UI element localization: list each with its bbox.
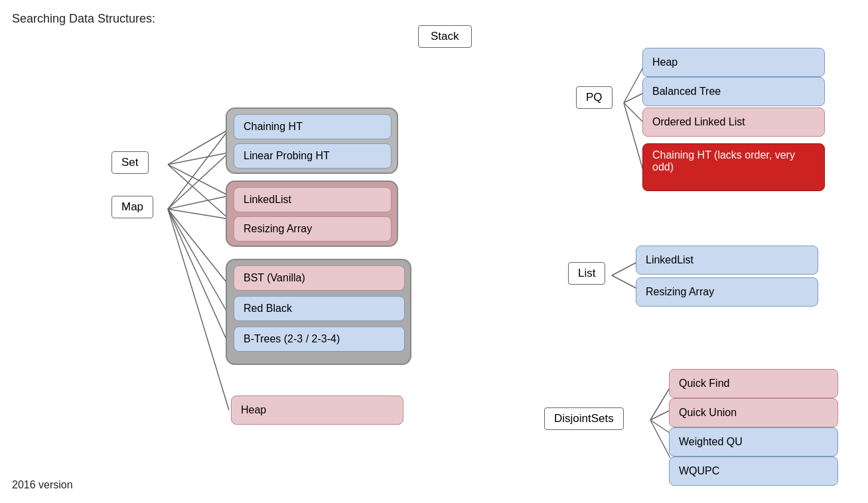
pq-node: PQ — [576, 86, 613, 109]
svg-line-9 — [168, 209, 229, 315]
svg-line-19 — [650, 410, 670, 420]
linkedlist-node-left: LinkedList — [234, 187, 392, 212]
svg-line-2 — [168, 165, 229, 196]
svg-line-5 — [168, 153, 229, 209]
svg-line-18 — [650, 387, 670, 420]
svg-line-4 — [168, 129, 229, 209]
svg-line-7 — [168, 209, 229, 219]
svg-line-0 — [168, 129, 229, 165]
hash-group: Chaining HT Linear Probing HT — [226, 108, 398, 174]
b-trees-node: B-Trees (2-3 / 2-3-4) — [234, 326, 405, 352]
stack-node: Stack — [418, 25, 472, 48]
version-label: 2016 version — [12, 479, 73, 491]
svg-line-12 — [624, 66, 644, 103]
svg-line-20 — [650, 420, 670, 433]
linear-probing-ht-node: Linear Probing HT — [234, 143, 392, 169]
resizing-array-node-right: Resizing Array — [636, 277, 818, 307]
svg-line-11 — [168, 209, 229, 410]
set-node: Set — [111, 151, 149, 174]
linkedlist-node-right: LinkedList — [636, 246, 818, 275]
svg-line-8 — [168, 209, 229, 285]
heap-pq-node: Heap — [642, 48, 825, 77]
tree-group: BST (Vanilla) Red Black B-Trees (2-3 / 2… — [226, 259, 411, 365]
svg-line-21 — [650, 420, 670, 458]
svg-line-15 — [624, 103, 644, 173]
svg-line-10 — [168, 209, 229, 345]
svg-line-6 — [168, 196, 229, 209]
svg-line-16 — [612, 262, 637, 275]
quick-union-node: Quick Union — [669, 398, 838, 427]
resizing-array-node-left: Resizing Array — [234, 216, 392, 242]
map-node: Map — [111, 196, 153, 218]
svg-line-3 — [168, 165, 229, 219]
weighted-qu-node: Weighted QU — [669, 427, 838, 457]
svg-line-14 — [624, 103, 644, 123]
svg-line-17 — [612, 275, 637, 289]
list-group-left: LinkedList Resizing Array — [226, 180, 398, 247]
balanced-tree-node: Balanced Tree — [642, 77, 825, 106]
chaining-ht-node: Chaining HT — [234, 114, 392, 139]
ordered-linked-list-node: Ordered Linked List — [642, 108, 825, 137]
disjoint-sets-node: DisjointSets — [544, 407, 624, 430]
wqupc-node: WQUPC — [669, 457, 838, 486]
heap-node-left: Heap — [231, 395, 403, 425]
chaining-ht-odd-node: Chaining HT (lacks order, very odd) — [642, 143, 825, 191]
list-node: List — [568, 262, 605, 285]
bst-vanilla-node: BST (Vanilla) — [234, 265, 405, 291]
red-black-node: Red Black — [234, 296, 405, 321]
quick-find-node: Quick Find — [669, 369, 838, 398]
page-title: Searching Data Structures: — [12, 12, 155, 26]
svg-line-13 — [624, 93, 644, 103]
svg-line-1 — [168, 153, 229, 165]
